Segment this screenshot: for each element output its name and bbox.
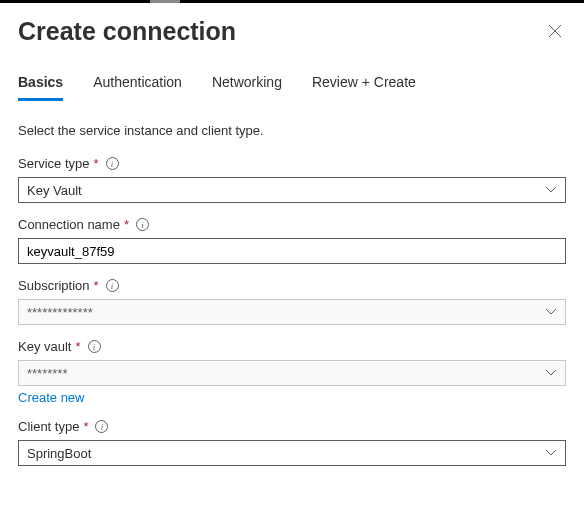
- select-value-client-type: SpringBoot: [27, 446, 91, 461]
- select-key-vault[interactable]: ********: [18, 360, 566, 386]
- required-marker: *: [124, 217, 129, 232]
- select-subscription[interactable]: *************: [18, 299, 566, 325]
- label-text-client-type: Client type: [18, 419, 79, 434]
- select-client-type[interactable]: SpringBoot: [18, 440, 566, 466]
- label-connection-name: Connection name * i: [18, 217, 566, 232]
- create-new-link[interactable]: Create new: [18, 390, 84, 405]
- chevron-down-icon: [545, 308, 557, 316]
- info-icon[interactable]: i: [136, 218, 149, 231]
- field-key-vault: Key vault * i ******** Create new: [18, 339, 566, 405]
- close-button[interactable]: [544, 19, 566, 45]
- required-marker: *: [94, 156, 99, 171]
- chevron-down-icon: [545, 449, 557, 457]
- label-key-vault: Key vault * i: [18, 339, 566, 354]
- select-service-type[interactable]: Key Vault: [18, 177, 566, 203]
- info-icon[interactable]: i: [106, 157, 119, 170]
- input-connection-name-wrapper: [18, 238, 566, 264]
- field-subscription: Subscription * i *************: [18, 278, 566, 325]
- select-value-key-vault: ********: [27, 366, 67, 381]
- panel-header: Create connection: [0, 3, 584, 54]
- panel-content: Select the service instance and client t…: [0, 101, 584, 466]
- tab-basics[interactable]: Basics: [18, 74, 63, 100]
- required-marker: *: [94, 278, 99, 293]
- required-marker: *: [83, 419, 88, 434]
- select-value-subscription: *************: [27, 305, 93, 320]
- info-icon[interactable]: i: [88, 340, 101, 353]
- required-marker: *: [75, 339, 80, 354]
- label-subscription: Subscription * i: [18, 278, 566, 293]
- input-connection-name[interactable]: [27, 244, 557, 259]
- close-icon: [548, 24, 562, 38]
- tab-networking[interactable]: Networking: [212, 74, 282, 100]
- field-client-type: Client type * i SpringBoot: [18, 419, 566, 466]
- panel-title: Create connection: [18, 17, 236, 46]
- info-icon[interactable]: i: [106, 279, 119, 292]
- label-text-key-vault: Key vault: [18, 339, 71, 354]
- select-value-service-type: Key Vault: [27, 183, 82, 198]
- tab-review-create[interactable]: Review + Create: [312, 74, 416, 100]
- label-text-service-type: Service type: [18, 156, 90, 171]
- tab-authentication[interactable]: Authentication: [93, 74, 182, 100]
- label-client-type: Client type * i: [18, 419, 566, 434]
- chevron-down-icon: [545, 369, 557, 377]
- description-text: Select the service instance and client t…: [18, 123, 566, 138]
- tab-bar: Basics Authentication Networking Review …: [0, 54, 584, 101]
- chevron-down-icon: [545, 186, 557, 194]
- window-frame-top: [0, 0, 584, 3]
- field-connection-name: Connection name * i: [18, 217, 566, 264]
- label-text-subscription: Subscription: [18, 278, 90, 293]
- label-service-type: Service type * i: [18, 156, 566, 171]
- info-icon[interactable]: i: [95, 420, 108, 433]
- label-text-connection-name: Connection name: [18, 217, 120, 232]
- field-service-type: Service type * i Key Vault: [18, 156, 566, 203]
